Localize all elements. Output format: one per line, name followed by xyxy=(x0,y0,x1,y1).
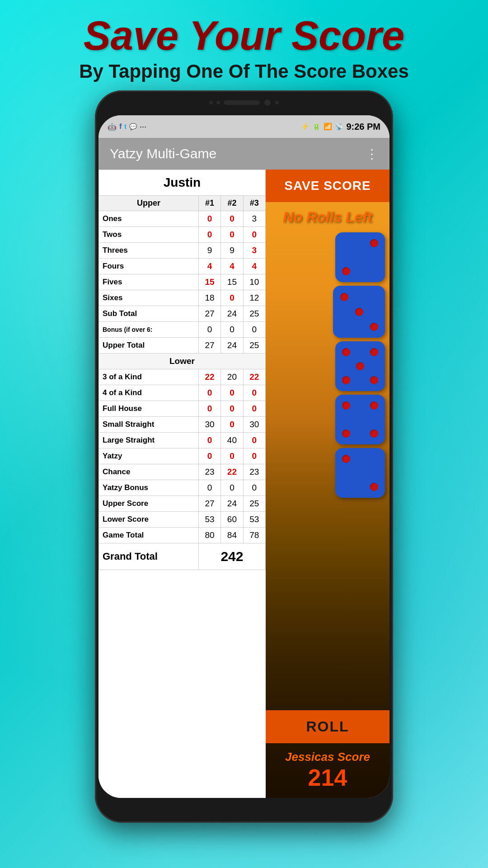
score-cell: 27 xyxy=(198,306,221,322)
camera-area xyxy=(209,99,279,107)
score-cell[interactable]: 0 xyxy=(198,401,221,417)
die-4[interactable] xyxy=(335,395,385,444)
score-cell[interactable]: 15 xyxy=(198,274,221,290)
score-cell[interactable]: 23 xyxy=(243,464,265,480)
score-cell: 0 xyxy=(221,480,243,496)
phone-screen: 🤖 f t 💬 ··· ⚡ 🔋 📶 📡 9:26 PM Yatzy Multi-… xyxy=(99,115,389,798)
score-cell[interactable]: 12 xyxy=(243,290,265,306)
die-3[interactable] xyxy=(335,341,385,391)
score-cell[interactable]: 0 xyxy=(221,417,243,433)
score-cell[interactable]: 0 xyxy=(221,290,243,306)
save-score-button[interactable]: SAVE SCORE xyxy=(266,170,389,202)
score-cell[interactable]: 4 xyxy=(221,259,243,274)
score-cell[interactable]: 3 xyxy=(243,243,265,259)
table-row[interactable]: Threes 9 9 3 xyxy=(99,243,266,259)
score-cell[interactable]: 3 xyxy=(243,211,265,227)
header-subtitle: By Tapping One Of The Score Boxes xyxy=(0,61,488,82)
score-cell[interactable]: 30 xyxy=(198,417,221,433)
lower-score-row: Lower Score 53 60 53 xyxy=(99,512,266,528)
dot xyxy=(342,429,350,438)
die-5[interactable] xyxy=(335,448,385,498)
table-row[interactable]: Yatzy 0 0 0 xyxy=(99,448,266,464)
row-label: Sub Total xyxy=(99,306,199,322)
score-cell[interactable]: 4 xyxy=(198,259,221,274)
table-header-row: Upper #1 #2 #3 xyxy=(99,196,266,211)
score-cell[interactable]: 0 xyxy=(243,227,265,243)
score-cell[interactable]: 30 xyxy=(243,417,265,433)
roll-button[interactable]: ROLL xyxy=(266,710,389,743)
score-cell[interactable]: 0 xyxy=(198,211,221,227)
die-2[interactable] xyxy=(333,286,385,338)
table-row[interactable]: Twos 0 0 0 xyxy=(99,227,266,243)
score-cell: 25 xyxy=(243,338,265,354)
score-cell[interactable]: 0 xyxy=(243,385,265,401)
score-cell: 0 xyxy=(221,322,243,338)
score-cell: 0 xyxy=(198,322,221,338)
table-row[interactable]: Fives 15 15 10 xyxy=(99,274,266,290)
row-label: Large Straight xyxy=(99,433,199,448)
score-cell[interactable]: 40 xyxy=(221,433,243,448)
dot xyxy=(340,293,348,301)
score-cell[interactable]: 0 xyxy=(198,385,221,401)
score-cell[interactable]: 10 xyxy=(243,274,265,290)
table-row[interactable]: Fours 4 4 4 xyxy=(99,259,266,274)
row-label: Game Total xyxy=(99,528,199,543)
score-cell[interactable]: 4 xyxy=(243,259,265,274)
score-cell[interactable]: 0 xyxy=(198,227,221,243)
row-label: Lower Score xyxy=(99,512,199,528)
col-header-1: #1 xyxy=(198,196,221,211)
score-cell[interactable]: 15 xyxy=(221,274,243,290)
score-cell[interactable]: 22 xyxy=(198,369,221,385)
dot xyxy=(370,401,378,410)
score-cell[interactable]: 0 xyxy=(243,401,265,417)
score-cell: 0 xyxy=(243,322,265,338)
messenger-icon: 💬 xyxy=(129,123,137,130)
dot xyxy=(370,376,378,384)
dot xyxy=(342,348,350,356)
score-cell[interactable]: 0 xyxy=(243,433,265,448)
score-cell[interactable]: 20 xyxy=(221,369,243,385)
table-row[interactable]: Chance 23 22 23 xyxy=(99,464,266,480)
table-row[interactable]: Large Straight 0 40 0 xyxy=(99,433,266,448)
die-1[interactable] xyxy=(335,232,385,282)
status-bar: 🤖 f t 💬 ··· ⚡ 🔋 📶 📡 9:26 PM xyxy=(99,115,389,138)
score-cell[interactable]: 0 xyxy=(221,448,243,464)
score-cell: 80 xyxy=(198,528,221,543)
row-label: Bonus (if over 6: xyxy=(99,322,199,338)
table-row[interactable]: Sixes 18 0 12 xyxy=(99,290,266,306)
dot xyxy=(370,239,378,247)
score-cell[interactable]: 23 xyxy=(198,464,221,480)
score-cell[interactable]: 18 xyxy=(198,290,221,306)
score-cell[interactable]: 9 xyxy=(198,243,221,259)
score-cell[interactable]: 0 xyxy=(243,448,265,464)
score-cell[interactable]: 22 xyxy=(243,369,265,385)
row-label: 3 of a Kind xyxy=(99,369,199,385)
no-rolls-text: No Rolls Left xyxy=(266,202,389,228)
score-cell[interactable]: 0 xyxy=(221,211,243,227)
grand-total-value: 242 xyxy=(198,543,265,570)
dice-area xyxy=(266,228,389,710)
row-label: Twos xyxy=(99,227,199,243)
status-time: 9:26 PM xyxy=(346,122,380,132)
table-row[interactable]: 4 of a Kind 0 0 0 xyxy=(99,385,266,401)
upper-score-row: Upper Score 27 24 25 xyxy=(99,496,266,512)
table-row[interactable]: 3 of a Kind 22 20 22 xyxy=(99,369,266,385)
table-row[interactable]: Full House 0 0 0 xyxy=(99,401,266,417)
score-cell[interactable]: 0 xyxy=(221,385,243,401)
overflow-menu-button[interactable]: ⋮ xyxy=(366,146,378,161)
score-cell[interactable]: 22 xyxy=(221,464,243,480)
dice-row-3 xyxy=(270,341,385,391)
score-cell[interactable]: 9 xyxy=(221,243,243,259)
row-label: Fives xyxy=(99,274,199,290)
score-cell: 78 xyxy=(243,528,265,543)
score-cell[interactable]: 0 xyxy=(198,433,221,448)
score-cell[interactable]: 0 xyxy=(198,448,221,464)
table-row[interactable]: Small Straight 30 0 30 xyxy=(99,417,266,433)
dot xyxy=(355,308,363,316)
score-cell[interactable]: 0 xyxy=(221,401,243,417)
score-cell[interactable]: 0 xyxy=(221,227,243,243)
app-title: Yatzy Multi-Game xyxy=(110,146,216,161)
dice-row-5 xyxy=(270,448,385,498)
table-row[interactable]: Ones 0 0 3 xyxy=(99,211,266,227)
wifi-icon: 📶 xyxy=(324,123,332,131)
